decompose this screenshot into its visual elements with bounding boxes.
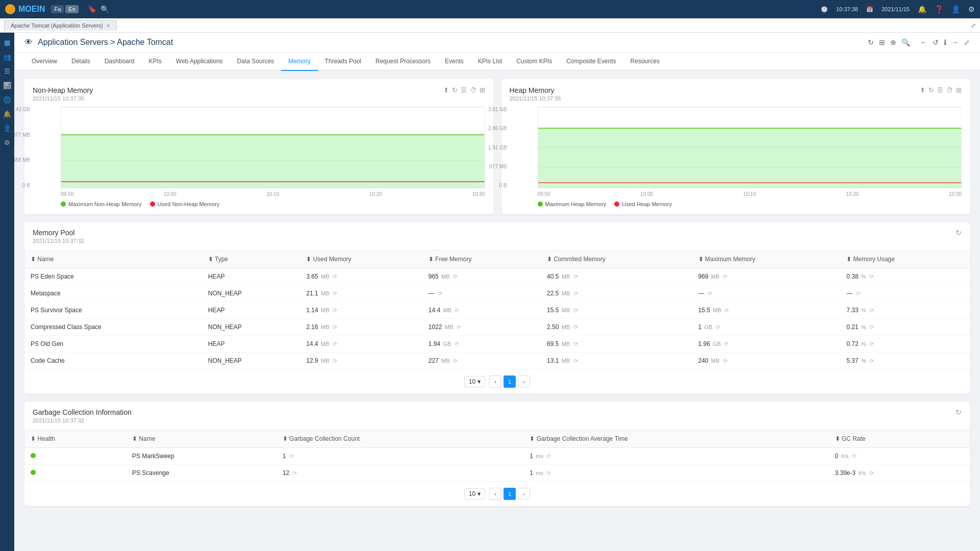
tab-web-applications[interactable]: Web Applications [169,53,230,71]
heap-legend: Maximum Heap Memory Used Heap Memory [510,201,962,207]
row-2-used: 21.1 MB ⟳ [300,285,422,302]
sidebar-list-icon[interactable]: ☰ [2,65,13,77]
non-heap-chart-area [61,107,485,188]
page-title: Application Servers > Apache Tomcat [38,38,173,47]
chart-list-icon[interactable]: ☰ [461,86,467,94]
heap-refresh-icon[interactable]: ↻ [928,86,934,94]
sidebar: ⌂ ▦ 👥 ☰ 📊 🌐 🔔 👤 ⚙ [0,18,14,551]
row-5-name: PS Old Gen [24,336,202,353]
row-4-free: 1022 MB ⟳ [422,319,541,336]
help-icon[interactable]: ❓ [935,5,943,13]
search-header-icon[interactable]: 🔍 [901,38,910,46]
tab-resources[interactable]: Resources [623,53,667,71]
memory-pool-refresh-icon[interactable]: ↻ [956,229,962,237]
tab-composite-events[interactable]: Composite Events [559,53,623,71]
sidebar-chart-icon[interactable]: 📊 [2,80,13,91]
gc-page-size[interactable]: 10 ▾ [464,488,485,499]
prev-page-button[interactable]: ‹ [489,375,501,388]
page-1-button[interactable]: 1 [504,375,516,388]
non-heap-chart-title: Non-Heap Memory [33,86,93,94]
row-2-free: — ⟳ [422,285,541,302]
settings-nav-icon[interactable]: ⚙ [968,5,975,13]
forward-icon[interactable]: → [951,38,959,46]
chart-share-icon[interactable]: ⬆ [443,86,449,94]
heap-x-0950: 09:50 [538,191,550,197]
tab-events[interactable]: Events [438,53,471,71]
tab-kpis-list[interactable]: KPIs List [471,53,509,71]
next-page-button[interactable]: › [518,375,530,388]
tab-details[interactable]: Details [64,53,97,71]
lang-fa-button[interactable]: Fa [51,5,64,13]
row-6-free: 227 MB ⟳ [422,353,541,369]
zoom-icon[interactable]: ⊕ [890,38,896,46]
chart-settings-icon[interactable]: ⊞ [480,86,485,94]
row-5-free: 1.94 GB ⟳ [422,336,541,353]
sidebar-gear-icon[interactable]: ⚙ [2,137,13,148]
active-tab[interactable]: Apache Tomcat (Application Servers) ✕ [4,20,117,31]
row-1-free: 965 MB ⟳ [422,268,541,285]
maximize-icon[interactable]: ⤢ [971,22,976,29]
heap-svg [538,107,962,188]
sidebar-bell-icon[interactable]: 🔔 [2,108,13,119]
gc-next-page[interactable]: › [518,488,530,500]
logo-text: MOEIN [18,5,45,14]
gc-refresh-icon[interactable]: ↻ [956,408,962,416]
language-switcher: Fa En [51,5,78,13]
row-2-committed: 22.5 MB ⟳ [541,285,692,302]
back-icon[interactable]: ← [920,38,927,46]
gc-info-date: 2021/11/15 10:37:32 [33,417,132,423]
heap-chart-info: Heap Memory 2021/11/15 10:37:35 [510,86,561,102]
gc-th-health: ⬍ Health [24,430,126,448]
row-6-max: 240 MB ⟳ [692,353,841,369]
memory-pool-header-info: Memory Pool 2021/11/15 10:37:32 [33,229,84,244]
chart-refresh-icon[interactable]: ↻ [452,86,458,94]
heap-share-icon[interactable]: ⬆ [920,86,925,94]
gc-row-2-count: 12 ⟳ [277,465,524,482]
gc-page-1[interactable]: 1 [504,488,516,500]
tab-threads-pool[interactable]: Threads Pool [318,53,368,71]
tab-request-processors[interactable]: Request Processors [368,53,438,71]
heap-legend-used-dot [614,202,619,207]
search-nav-icon[interactable]: 🔍 [100,5,109,13]
heap-legend-max-label: Maximum Heap Memory [545,201,607,207]
tab-overview[interactable]: Overview [24,53,64,71]
th-name: ⬍ Name [24,251,202,268]
row-5-max: 1.96 GB ⟳ [692,336,841,353]
legend-used-dot [150,202,155,207]
heap-history-icon[interactable]: ⏱ [946,86,953,94]
sidebar-servers-icon[interactable]: ▦ [2,37,13,48]
gc-th-avg-time: ⬍ Garbage Collection Average Time [523,430,828,448]
row-4-name: Compressed Class Space [24,319,202,336]
heap-x-1000: 10:00 [640,191,653,197]
bookmark-icon[interactable]: 🔖 [88,5,96,13]
heap-chart-area [538,107,962,188]
lang-en-button[interactable]: En [65,5,78,13]
tab-kpis[interactable]: KPIs [141,53,168,71]
th-free-memory: ⬍ Free Memory [422,251,541,268]
row-1-committed: 40.5 MB ⟳ [541,268,692,285]
refresh-icon[interactable]: ↻ [868,38,874,46]
heap-list-icon[interactable]: ☰ [937,86,943,94]
user-icon[interactable]: 👤 [951,5,960,13]
tab-memory[interactable]: Memory [281,53,317,71]
tab-data-sources[interactable]: Data Sources [230,53,282,71]
sidebar-person-icon[interactable]: 👤 [2,122,13,134]
reload-icon[interactable]: ↺ [933,38,939,46]
heap-settings-icon[interactable]: ⊞ [956,86,962,94]
top-right-section: 🕐 10:37:38 📅 2021/11/15 🔔 ❓ 👤 ⚙ [821,5,975,13]
sidebar-network-icon[interactable]: 🌐 [2,94,13,105]
heap-x-1030: 10:30 [949,191,962,197]
breadcrumb-section: Application Servers [38,38,108,46]
tab-close-icon[interactable]: ✕ [106,23,110,29]
chart-history-icon[interactable]: ⏱ [470,86,476,94]
legend-used-label: Used Non-Heap Memory [158,201,220,207]
columns-icon[interactable]: ⊞ [879,38,885,46]
gc-prev-page[interactable]: ‹ [489,488,501,500]
tab-custom-kpis[interactable]: Custom KPIs [509,53,559,71]
tab-dashboard[interactable]: Dashboard [97,53,142,71]
info-icon[interactable]: ℹ [944,38,946,46]
sidebar-users-icon[interactable]: 👥 [2,51,13,62]
notifications-icon[interactable]: 🔔 [918,5,926,13]
expand-icon[interactable]: ⤢ [964,38,970,46]
memory-pool-page-size[interactable]: 10 ▾ [464,376,485,387]
